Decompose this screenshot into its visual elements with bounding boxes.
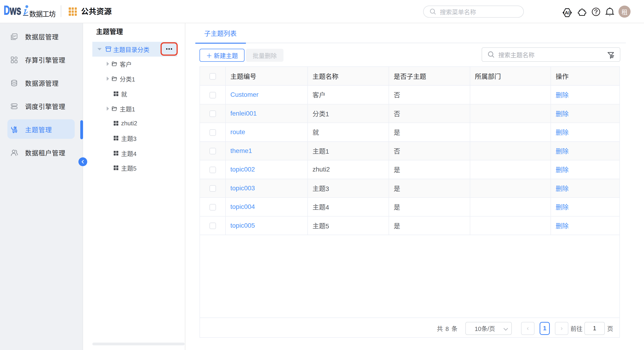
svg-text:AI: AI [565, 10, 570, 15]
